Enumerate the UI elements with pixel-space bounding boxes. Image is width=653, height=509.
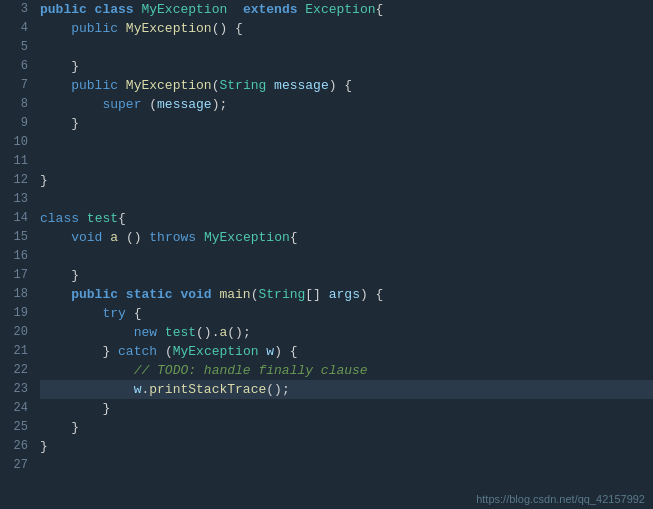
code-line: } bbox=[40, 437, 653, 456]
code-line: public MyException() { bbox=[40, 19, 653, 38]
code-line: class test{ bbox=[40, 209, 653, 228]
code-line: } bbox=[40, 418, 653, 437]
code-line: } bbox=[40, 266, 653, 285]
code-line bbox=[40, 190, 653, 209]
code-line: void a () throws MyException{ bbox=[40, 228, 653, 247]
watermark: https://blog.csdn.net/qq_42157992 bbox=[476, 493, 645, 505]
code-editor: 3 4 5 6 7 8 9 10 11 12 13 14 15 16 17 18… bbox=[0, 0, 653, 509]
code-line bbox=[40, 456, 653, 475]
code-line: } bbox=[40, 114, 653, 133]
code-line: public MyException(String message) { bbox=[40, 76, 653, 95]
code-line: try { bbox=[40, 304, 653, 323]
code-line-highlighted: w.printStackTrace(); bbox=[40, 380, 653, 399]
code-line bbox=[40, 133, 653, 152]
code-line bbox=[40, 247, 653, 266]
line-numbers: 3 4 5 6 7 8 9 10 11 12 13 14 15 16 17 18… bbox=[0, 0, 36, 509]
code-line: } bbox=[40, 399, 653, 418]
code-line: public static void main(String[] args) { bbox=[40, 285, 653, 304]
code-line: } bbox=[40, 171, 653, 190]
code-line bbox=[40, 38, 653, 57]
code-line: // TODO: handle finally clause bbox=[40, 361, 653, 380]
code-line bbox=[40, 152, 653, 171]
code-area: 3 4 5 6 7 8 9 10 11 12 13 14 15 16 17 18… bbox=[0, 0, 653, 509]
code-line: } bbox=[40, 57, 653, 76]
code-line: super (message); bbox=[40, 95, 653, 114]
code-line: } catch (MyException w) { bbox=[40, 342, 653, 361]
code-line: new test().a(); bbox=[40, 323, 653, 342]
code-line: public class MyException extends Excepti… bbox=[40, 0, 653, 19]
code-content: public class MyException extends Excepti… bbox=[36, 0, 653, 509]
